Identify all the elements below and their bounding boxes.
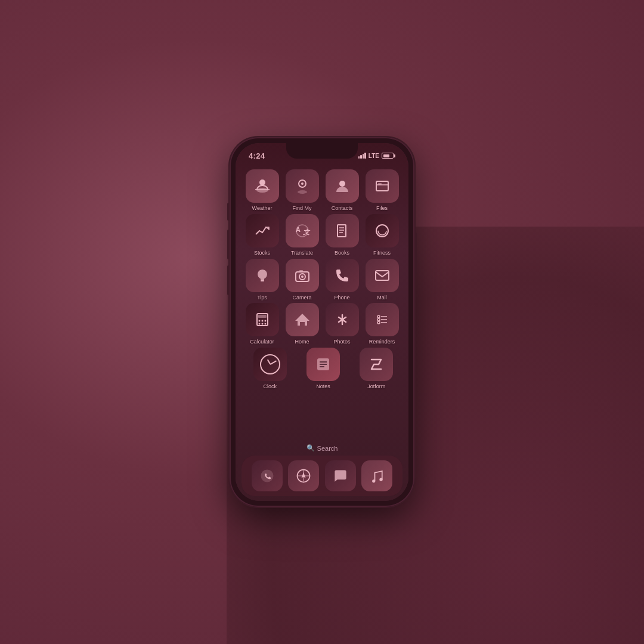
app-translate[interactable]: A文 Translate: [284, 214, 320, 256]
svg-point-20: [301, 275, 304, 278]
stocks-icon: [246, 214, 279, 247]
mail-label: Mail: [377, 295, 387, 301]
app-row-2: Stocks A文 Translate Books: [244, 214, 400, 256]
dock-safari[interactable]: [288, 460, 319, 491]
books-icon: [326, 214, 359, 247]
status-time: 4:24: [249, 151, 265, 160]
app-calculator[interactable]: Calculator: [244, 303, 280, 345]
contacts-icon: [326, 169, 359, 203]
search-icon: 🔍: [306, 444, 315, 452]
safari-icon: [288, 460, 319, 491]
svg-point-1: [256, 188, 268, 193]
app-row-4: Calculator Home: [244, 303, 400, 345]
phone-screen: 4:24 LTE: [236, 143, 408, 501]
files-label: Files: [376, 205, 388, 212]
dock-messages[interactable]: [325, 460, 356, 491]
mail-icon: [366, 259, 399, 292]
search-label: Search: [317, 445, 338, 452]
svg-point-27: [264, 320, 266, 322]
jotform-icon: [360, 348, 393, 381]
svg-point-0: [259, 179, 265, 185]
photos-icon: [326, 303, 359, 336]
notch: [286, 143, 358, 159]
dock-music[interactable]: [361, 460, 392, 491]
app-row-1: Weather Find My Contacts: [244, 169, 400, 212]
calculator-icon: [246, 303, 279, 336]
network-type: LTE: [369, 153, 379, 159]
power-button[interactable]: [414, 233, 417, 274]
app-clock[interactable]: Clock: [246, 348, 293, 390]
app-contacts[interactable]: Contacts: [324, 169, 360, 212]
app-mail[interactable]: Mail: [364, 259, 400, 301]
svg-rect-11: [338, 225, 346, 237]
app-stocks[interactable]: Stocks: [244, 214, 280, 256]
app-phone[interactable]: Phone: [324, 259, 360, 301]
app-jotform[interactable]: Jotform: [353, 348, 400, 390]
svg-marker-31: [295, 314, 309, 326]
dock-whatsapp[interactable]: [252, 460, 283, 491]
whatsapp-icon: [252, 460, 283, 491]
app-photos[interactable]: Photos: [324, 303, 360, 345]
svg-point-4: [298, 190, 307, 194]
tips-label: Tips: [257, 295, 267, 301]
translate-label: Translate: [291, 250, 313, 256]
phone: 4:24 LTE: [230, 137, 414, 507]
books-label: Books: [335, 250, 349, 256]
findmy-icon: [286, 169, 319, 203]
volume-down-button[interactable]: [227, 265, 230, 295]
phone-icon: [326, 259, 359, 292]
svg-point-30: [264, 323, 266, 325]
app-files[interactable]: Files: [364, 169, 400, 212]
weather-label: Weather: [252, 205, 273, 212]
screen-content: 4:24 LTE: [236, 143, 408, 501]
svg-point-33: [377, 315, 380, 318]
reminders-icon: [366, 303, 399, 336]
app-weather[interactable]: Weather: [244, 169, 280, 212]
svg-rect-7: [378, 183, 382, 185]
svg-point-16: [378, 227, 386, 235]
svg-point-43: [261, 470, 273, 482]
translate-icon: A文: [286, 214, 319, 247]
jotform-label: Jotform: [367, 383, 385, 390]
contacts-label: Contacts: [332, 205, 353, 212]
phone-shell: 4:24 LTE: [230, 137, 414, 507]
svg-point-28: [258, 323, 260, 325]
music-icon: [361, 460, 392, 491]
calculator-label: Calculator: [250, 339, 274, 345]
mute-button[interactable]: [227, 203, 230, 221]
dock: [242, 456, 402, 496]
svg-rect-6: [376, 181, 388, 191]
home-icon: [286, 303, 319, 336]
stocks-label: Stocks: [254, 250, 270, 256]
app-books[interactable]: Books: [324, 214, 360, 256]
phone-label: Phone: [334, 295, 349, 301]
svg-point-5: [339, 181, 345, 187]
battery-icon: [382, 153, 395, 159]
app-home[interactable]: Home: [284, 303, 320, 345]
reminders-label: Reminders: [369, 339, 395, 345]
volume-up-button[interactable]: [227, 230, 230, 259]
status-icons: LTE: [358, 153, 395, 159]
clock-icon: [253, 348, 287, 381]
notes-icon: [306, 348, 340, 381]
findmy-label: Find My: [292, 205, 311, 212]
app-grid: Weather Find My Contacts: [236, 165, 408, 439]
app-fitness[interactable]: Fitness: [364, 214, 400, 256]
svg-point-37: [377, 321, 380, 324]
svg-point-32: [340, 318, 344, 321]
app-camera[interactable]: Camera: [284, 259, 320, 301]
svg-rect-17: [261, 280, 264, 281]
app-reminders[interactable]: Reminders: [364, 303, 400, 345]
svg-point-35: [377, 318, 380, 321]
clock-label: Clock: [263, 383, 277, 390]
files-icon: [366, 169, 399, 203]
svg-rect-24: [258, 315, 267, 318]
app-notes[interactable]: Notes: [299, 348, 346, 390]
svg-point-29: [261, 323, 263, 325]
svg-rect-21: [299, 270, 303, 273]
search-bar[interactable]: 🔍 Search: [236, 439, 408, 456]
photos-label: Photos: [333, 339, 350, 345]
app-tips[interactable]: Tips: [244, 259, 280, 301]
weather-icon: [246, 169, 279, 203]
app-findmy[interactable]: Find My: [284, 169, 320, 212]
